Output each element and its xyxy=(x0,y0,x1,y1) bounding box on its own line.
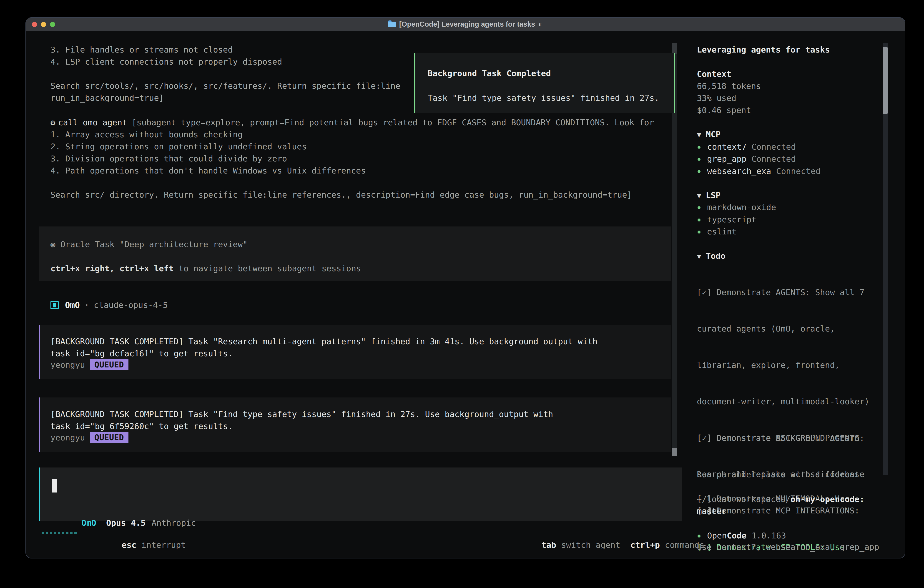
history-line xyxy=(51,68,400,80)
mcp-item: websearch_exaConnected xyxy=(697,165,820,177)
mcp-item: context7Connected xyxy=(697,141,796,153)
background-task-card: [BACKGROUND TASK COMPLETED] Task "Find t… xyxy=(39,398,671,452)
task-id-line: task_id="bg_6f59260c" to get results. xyxy=(51,420,233,432)
lsp-item: eslint xyxy=(697,226,737,238)
sidebar-scrollbar[interactable] xyxy=(883,43,888,475)
spinner-dots xyxy=(41,527,77,539)
task-message: [BACKGROUND TASK COMPLETED] Task "Find t… xyxy=(51,408,553,420)
todo-heading[interactable]: ▼Todo xyxy=(697,250,726,262)
task-meta: yeongyu QUEUED xyxy=(51,358,129,371)
shortcut-text: to navigate between subagent sessions xyxy=(179,264,361,273)
context-spent: $0.46 spent xyxy=(697,104,751,116)
tool-list-item: 1. Array access without bounds checking xyxy=(51,129,654,140)
window-title: [OpenCode] Leveraging agents for tasks xyxy=(399,20,535,28)
mcp-name: grep_app xyxy=(707,154,746,164)
opencode-version: OpenCode1.0.163 xyxy=(697,530,786,542)
esc-key: esc xyxy=(122,540,137,550)
moon-icon: ◐ xyxy=(538,20,543,28)
tool-call-line: ⚙call_omo_agent[subagent_type=explore, p… xyxy=(51,116,654,129)
background-task-card: [BACKGROUND TASK COMPLETED] Task "Resear… xyxy=(39,325,671,379)
session-title: Leveraging agents for tasks xyxy=(697,44,830,56)
record-icon: ◉ xyxy=(51,239,56,249)
mcp-name: websearch_exa xyxy=(707,167,771,176)
blank-line xyxy=(51,177,654,189)
bullet-icon xyxy=(698,146,701,149)
bullet-icon xyxy=(698,535,701,537)
chevron-down-icon: ▼ xyxy=(697,191,701,200)
bullet-icon xyxy=(698,158,701,161)
workspace-branch: master xyxy=(697,505,726,517)
task-id-line: task_id="bg_dcfac161" to get results. xyxy=(51,347,233,360)
bullet-icon xyxy=(698,206,701,209)
status-bar: escinterrupt tabswitch agentctrl+pcomman… xyxy=(26,527,685,539)
agent-name: OmO xyxy=(65,301,80,310)
agent-label: OmO xyxy=(81,518,96,527)
mcp-status: Connected xyxy=(751,142,796,152)
tool-name: call_omo_agent xyxy=(58,118,127,127)
task-meta: yeongyu QUEUED xyxy=(51,431,129,444)
close-button[interactable] xyxy=(32,22,37,27)
todo-line: [ ] Demonstrate AST-GREP: Pattern xyxy=(697,432,879,444)
gear-icon: ⚙ xyxy=(51,118,56,127)
tab-key: tab xyxy=(541,540,556,550)
todo-line: Use context7, websearch_exa, grep_app xyxy=(697,541,879,553)
omo-agent-icon xyxy=(51,301,59,309)
context-used: 33% used xyxy=(697,92,736,104)
input-meta: OmOOpus 4.5Anthropic xyxy=(52,505,196,517)
separator-dot: · xyxy=(84,301,89,310)
esc-hint: escinterrupt xyxy=(92,527,196,539)
lsp-name: markdown-oxide xyxy=(707,203,776,212)
oracle-title-line: ◉ Oracle Task "Deep architecture review" xyxy=(51,238,248,250)
traffic-lights xyxy=(32,18,55,31)
main-scrollbar-top-segment[interactable] xyxy=(672,43,676,54)
lsp-item: typescript xyxy=(697,213,756,226)
main-scrollbar-thumb[interactable] xyxy=(672,448,676,456)
lsp-name: typescript xyxy=(707,215,756,224)
sidebar: Leveraging agents for tasks Context 66,5… xyxy=(697,18,905,558)
chevron-down-icon: ▼ xyxy=(697,252,701,261)
background-task-toast: Background Task Completed Task "Find typ… xyxy=(414,53,675,113)
mcp-status: Connected xyxy=(776,167,820,176)
mcp-name: context7 xyxy=(707,142,746,152)
queued-badge: QUEUED xyxy=(90,359,129,370)
model-label: Opus 4.5 xyxy=(106,518,145,527)
sidebar-scrollbar-thumb[interactable] xyxy=(883,46,888,114)
todo-line: [✓] Demonstrate AGENTS: Show all 7 xyxy=(697,286,879,298)
lsp-heading[interactable]: ▼LSP xyxy=(697,189,721,201)
queued-badge: QUEUED xyxy=(90,432,129,443)
history-line: 4. LSP client connections not properly d… xyxy=(51,56,400,68)
toast-body: Task "Find type safety issues" finished … xyxy=(428,92,659,104)
terminal-window: [OpenCode] Leveraging agents for tasks ◐… xyxy=(25,17,905,558)
agent-header: OmO · claude-opus-4-5 xyxy=(51,299,168,311)
provider-label: Anthropic xyxy=(152,518,196,527)
tool-list-item: 3. Division operations that could divide… xyxy=(51,153,654,165)
oracle-title: Oracle Task "Deep architecture review" xyxy=(60,239,248,249)
tab-label: switch agent xyxy=(561,540,620,550)
task-message: [BACKGROUND TASK COMPLETED] Task "Resear… xyxy=(51,335,597,347)
tool-search-line: Search src/ directory. Return specific f… xyxy=(51,189,654,201)
prompt-input[interactable]: OmOOpus 4.5Anthropic xyxy=(39,467,682,521)
tool-args: [subagent_type=explore, prompt=Find pote… xyxy=(132,118,654,127)
keybind-hints: tabswitch agentctrl+pcommands xyxy=(512,527,705,539)
chat-history: 3. File handles or streams not closed 4.… xyxy=(51,44,400,104)
toast-title: Background Task Completed xyxy=(428,67,551,79)
tool-call-block: ⚙call_omo_agent[subagent_type=explore, p… xyxy=(51,116,654,201)
agent-model: claude-opus-4-5 xyxy=(94,301,168,310)
workspace-path: ~/local-workspaces/oh-my-opencode: xyxy=(697,493,865,505)
minimize-button[interactable] xyxy=(41,22,46,27)
shortcut-hint: ctrl+x right, ctrl+x leftto navigate bet… xyxy=(51,263,361,274)
context-tokens: 66,518 tokens xyxy=(697,80,761,92)
history-line: 3. File handles or streams not closed xyxy=(51,44,400,56)
mcp-heading[interactable]: ▼MCP xyxy=(697,128,721,140)
tool-list-item: 4. Path operations that don't handle Win… xyxy=(51,165,654,177)
zoom-button[interactable] xyxy=(50,22,55,27)
bullet-icon xyxy=(698,170,701,173)
history-line: run_in_background=true] xyxy=(51,92,400,104)
task-user: yeongyu xyxy=(51,433,85,442)
mcp-status: Connected xyxy=(751,154,796,164)
todo-line: document-writer, multimodal-looker) xyxy=(697,395,879,408)
context-heading: Context xyxy=(697,68,731,80)
shortcut-keys: ctrl+x right, ctrl+x left xyxy=(51,264,174,273)
tool-list-item: 2. String operations on potentially unde… xyxy=(51,140,654,153)
lsp-item: markdown-oxide xyxy=(697,201,776,213)
